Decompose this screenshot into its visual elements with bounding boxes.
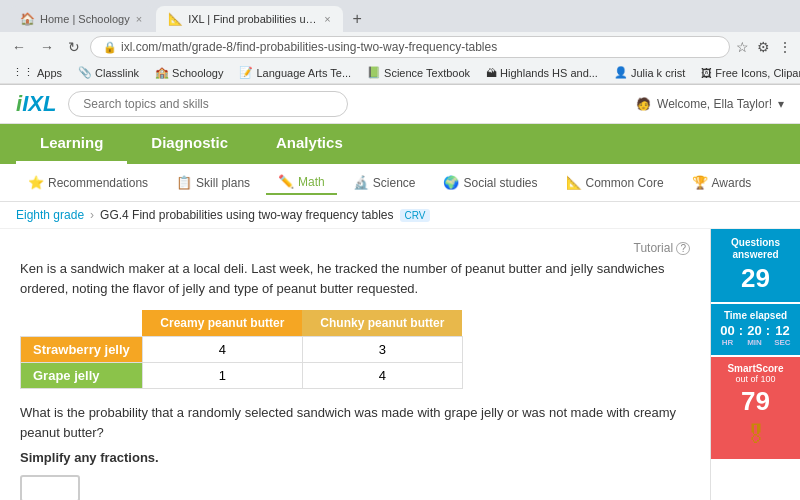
nav-tab-analytics[interactable]: Analytics — [252, 124, 367, 164]
skill-plans-icon: 📋 — [176, 175, 192, 190]
bookmark-language-arts[interactable]: 📝 Language Arts Te... — [235, 64, 355, 81]
bookmarks-bar: ⋮⋮ Apps 📎 Classlink 🏫 Schoology 📝 Langua… — [0, 62, 800, 84]
extensions-icon[interactable]: ⚙ — [757, 39, 770, 55]
new-tab-button[interactable]: + — [345, 6, 370, 32]
welcome-text: Welcome, Ella Taylor! — [657, 97, 772, 111]
tab-schoology-title: Home | Schoology — [40, 13, 130, 25]
awards-icon: 🏆 — [692, 175, 708, 190]
breadcrumb-grade[interactable]: Eighth grade — [16, 208, 84, 222]
row-label-grape: Grape jelly — [21, 363, 143, 389]
bookmark-classlink[interactable]: 📎 Classlink — [74, 64, 143, 81]
back-button[interactable]: ← — [8, 37, 30, 57]
ribbon-icon: 🎖 — [717, 421, 794, 449]
time-elapsed-title: Time elapsed — [717, 310, 794, 321]
sub-nav-awards[interactable]: 🏆 Awards — [680, 171, 764, 194]
tab-ixl-close[interactable]: × — [324, 13, 330, 25]
breadcrumb-separator: › — [90, 208, 94, 222]
highlands-icon: 🏔 — [486, 67, 497, 79]
schoology-favicon: 🏠 — [20, 12, 34, 26]
tab-schoology[interactable]: 🏠 Home | Schoology × — [8, 6, 154, 32]
forward-button[interactable]: → — [36, 37, 58, 57]
bookmark-apps[interactable]: ⋮⋮ Apps — [8, 64, 66, 81]
math-icon: ✏️ — [278, 174, 294, 189]
time-hours: 00 HR — [720, 323, 734, 347]
sub-nav: ⭐ Recommendations 📋 Skill plans ✏️ Math … — [0, 164, 800, 202]
smart-score-panel: SmartScore out of 100 79 🎖 — [711, 357, 800, 459]
classlink-icon: 📎 — [78, 66, 92, 79]
bookmark-star-icon[interactable]: ☆ — [736, 39, 749, 55]
sub-nav-skill-plans[interactable]: 📋 Skill plans — [164, 171, 262, 194]
ixl-app: iIXL 🧑 Welcome, Ella Taylor! ▾ Learning … — [0, 85, 800, 500]
browser-icons: ☆ ⚙ ⋮ — [736, 39, 792, 55]
sub-nav-science[interactable]: 🔬 Science — [341, 171, 428, 194]
science-icon: 🔬 — [353, 175, 369, 190]
cell-grape-chunky: 4 — [302, 363, 462, 389]
simplify-label: Simplify any fractions. — [20, 450, 690, 465]
breadcrumb: Eighth grade › GG.4 Find probabilities u… — [0, 202, 800, 229]
url-text: ixl.com/math/grade-8/find-probabilities-… — [121, 40, 497, 54]
sub-nav-common-core[interactable]: 📐 Common Core — [554, 171, 676, 194]
common-core-icon: 📐 — [566, 175, 582, 190]
user-avatar: 🧑 — [636, 97, 651, 111]
address-bar: ← → ↻ 🔒 ixl.com/math/grade-8/find-probab… — [0, 32, 800, 62]
social-studies-icon: 🌍 — [443, 175, 459, 190]
dropdown-chevron-icon[interactable]: ▾ — [778, 97, 784, 111]
tab-ixl[interactable]: 📐 IXL | Find probabilities using t... × — [156, 6, 342, 32]
frequency-table: Creamy peanut butter Chunky peanut butte… — [20, 310, 463, 389]
smart-score-subtitle: out of 100 — [717, 374, 794, 384]
table-row: Strawberry jelly 4 3 — [21, 337, 463, 363]
bookmark-schoology[interactable]: 🏫 Schoology — [151, 64, 227, 81]
lock-icon: 🔒 — [103, 41, 117, 54]
sub-nav-recommendations[interactable]: ⭐ Recommendations — [16, 171, 160, 194]
tab-schoology-close[interactable]: × — [136, 13, 142, 25]
science-textbook-icon: 📗 — [367, 66, 381, 79]
recommendations-icon: ⭐ — [28, 175, 44, 190]
sub-nav-math[interactable]: ✏️ Math — [266, 170, 337, 195]
col-header-chunky: Chunky peanut butter — [302, 310, 462, 337]
ixl-logo[interactable]: iIXL — [16, 91, 56, 117]
nav-tab-learning[interactable]: Learning — [16, 124, 127, 164]
nav-tab-diagnostic[interactable]: Diagnostic — [127, 124, 252, 164]
apps-icon: ⋮⋮ — [12, 66, 34, 79]
ixl-favicon: 📐 — [168, 12, 182, 26]
questions-answered-panel: Questions answered 29 — [711, 229, 800, 302]
sidebar-panel: Questions answered 29 Time elapsed 00 HR… — [710, 229, 800, 500]
bookmark-julia[interactable]: 👤 Julia k crist — [610, 64, 689, 81]
bookmark-science[interactable]: 📗 Science Textbook — [363, 64, 474, 81]
julia-icon: 👤 — [614, 66, 628, 79]
cell-grape-creamy: 1 — [142, 363, 302, 389]
tutorial-info-icon: ? — [676, 242, 690, 255]
smart-score-title: SmartScore — [717, 363, 794, 374]
answer-input[interactable] — [20, 475, 80, 500]
time-seconds: 12 SEC — [774, 323, 790, 347]
problem-text: Ken is a sandwich maker at a local deli.… — [20, 259, 690, 298]
smart-score-value: 79 — [717, 386, 794, 417]
time-elapsed-panel: Time elapsed 00 HR : 20 MIN : 12 SEC — [711, 304, 800, 355]
cell-strawberry-creamy: 4 — [142, 337, 302, 363]
row-label-strawberry: Strawberry jelly — [21, 337, 143, 363]
search-input[interactable] — [68, 91, 348, 117]
ixl-header: iIXL 🧑 Welcome, Ella Taylor! ▾ — [0, 85, 800, 124]
reload-button[interactable]: ↻ — [64, 37, 84, 57]
main-content: Tutorial ? Ken is a sandwich maker at a … — [0, 229, 800, 500]
cell-strawberry-chunky: 3 — [302, 337, 462, 363]
time-display: 00 HR : 20 MIN : 12 SEC — [717, 323, 794, 347]
url-bar[interactable]: 🔒 ixl.com/math/grade-8/find-probabilitie… — [90, 36, 730, 58]
breadcrumb-skill: GG.4 Find probabilities using two-way fr… — [100, 208, 393, 222]
nav-tabs: Learning Diagnostic Analytics — [0, 124, 800, 164]
schoology-icon: 🏫 — [155, 66, 169, 79]
tab-ixl-title: IXL | Find probabilities using t... — [188, 13, 318, 25]
tutorial-link[interactable]: Tutorial — [634, 241, 674, 255]
header-right: 🧑 Welcome, Ella Taylor! ▾ — [636, 97, 784, 111]
time-minutes: 20 MIN — [747, 323, 762, 347]
bookmark-highlands[interactable]: 🏔 Highlands HS and... — [482, 65, 602, 81]
col-header-creamy: Creamy peanut butter — [142, 310, 302, 337]
table-row: Grape jelly 1 4 — [21, 363, 463, 389]
crv-badge: CRV — [400, 209, 431, 222]
question-text: What is the probability that a randomly … — [20, 403, 690, 442]
free-icons-icon: 🖼 — [701, 67, 712, 79]
more-icon[interactable]: ⋮ — [778, 39, 792, 55]
questions-answered-title: Questions answered — [717, 237, 794, 261]
bookmark-free-icons[interactable]: 🖼 Free Icons, Clipart... — [697, 65, 800, 81]
sub-nav-social-studies[interactable]: 🌍 Social studies — [431, 171, 549, 194]
